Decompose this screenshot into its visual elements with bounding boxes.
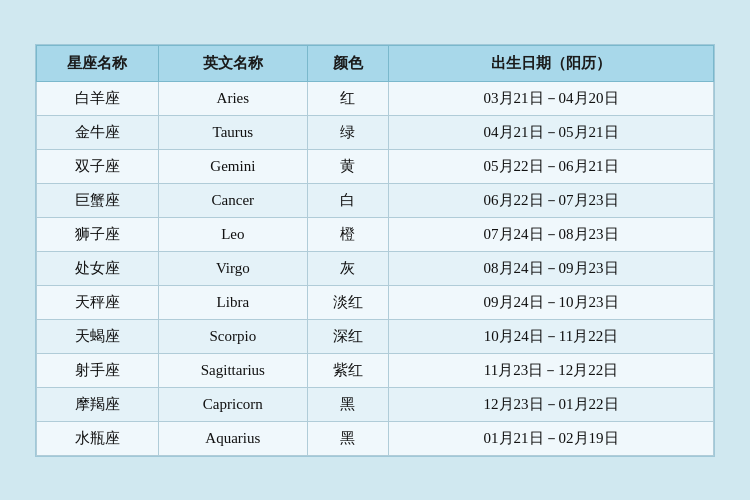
table-row: 天秤座Libra淡红09月24日－10月23日 [37,285,714,319]
cell-chinese: 水瓶座 [37,421,159,455]
cell-date: 03月21日－04月20日 [389,81,714,115]
cell-english: Aquarius [158,421,307,455]
table-row: 双子座Gemini黄05月22日－06月21日 [37,149,714,183]
table-row: 射手座Sagittarius紫红11月23日－12月22日 [37,353,714,387]
cell-color: 淡红 [307,285,388,319]
cell-english: Leo [158,217,307,251]
cell-english: Cancer [158,183,307,217]
table-row: 巨蟹座Cancer白06月22日－07月23日 [37,183,714,217]
cell-date: 08月24日－09月23日 [389,251,714,285]
cell-color: 灰 [307,251,388,285]
table-row: 摩羯座Capricorn黑12月23日－01月22日 [37,387,714,421]
cell-chinese: 摩羯座 [37,387,159,421]
cell-english: Capricorn [158,387,307,421]
cell-color: 红 [307,81,388,115]
header-date: 出生日期（阳历） [389,45,714,81]
cell-english: Gemini [158,149,307,183]
cell-chinese: 处女座 [37,251,159,285]
cell-english: Scorpio [158,319,307,353]
cell-chinese: 天蝎座 [37,319,159,353]
cell-english: Aries [158,81,307,115]
zodiac-table-container: 星座名称 英文名称 颜色 出生日期（阳历） 白羊座Aries红03月21日－04… [35,44,715,457]
cell-english: Virgo [158,251,307,285]
table-row: 金牛座Taurus绿04月21日－05月21日 [37,115,714,149]
cell-date: 01月21日－02月19日 [389,421,714,455]
cell-color: 紫红 [307,353,388,387]
cell-english: Taurus [158,115,307,149]
cell-color: 黄 [307,149,388,183]
cell-date: 07月24日－08月23日 [389,217,714,251]
table-header-row: 星座名称 英文名称 颜色 出生日期（阳历） [37,45,714,81]
cell-english: Libra [158,285,307,319]
cell-chinese: 狮子座 [37,217,159,251]
table-row: 白羊座Aries红03月21日－04月20日 [37,81,714,115]
cell-date: 12月23日－01月22日 [389,387,714,421]
cell-color: 黑 [307,421,388,455]
cell-chinese: 射手座 [37,353,159,387]
cell-color: 白 [307,183,388,217]
cell-date: 04月21日－05月21日 [389,115,714,149]
header-chinese: 星座名称 [37,45,159,81]
header-color: 颜色 [307,45,388,81]
header-english: 英文名称 [158,45,307,81]
table-row: 狮子座Leo橙07月24日－08月23日 [37,217,714,251]
cell-color: 绿 [307,115,388,149]
cell-color: 深红 [307,319,388,353]
cell-chinese: 白羊座 [37,81,159,115]
cell-date: 11月23日－12月22日 [389,353,714,387]
cell-chinese: 天秤座 [37,285,159,319]
cell-english: Sagittarius [158,353,307,387]
table-row: 处女座Virgo灰08月24日－09月23日 [37,251,714,285]
zodiac-table: 星座名称 英文名称 颜色 出生日期（阳历） 白羊座Aries红03月21日－04… [36,45,714,456]
cell-date: 09月24日－10月23日 [389,285,714,319]
table-row: 水瓶座Aquarius黑01月21日－02月19日 [37,421,714,455]
cell-chinese: 金牛座 [37,115,159,149]
cell-chinese: 双子座 [37,149,159,183]
cell-color: 黑 [307,387,388,421]
cell-date: 10月24日－11月22日 [389,319,714,353]
cell-date: 06月22日－07月23日 [389,183,714,217]
table-row: 天蝎座Scorpio深红10月24日－11月22日 [37,319,714,353]
cell-color: 橙 [307,217,388,251]
cell-chinese: 巨蟹座 [37,183,159,217]
cell-date: 05月22日－06月21日 [389,149,714,183]
